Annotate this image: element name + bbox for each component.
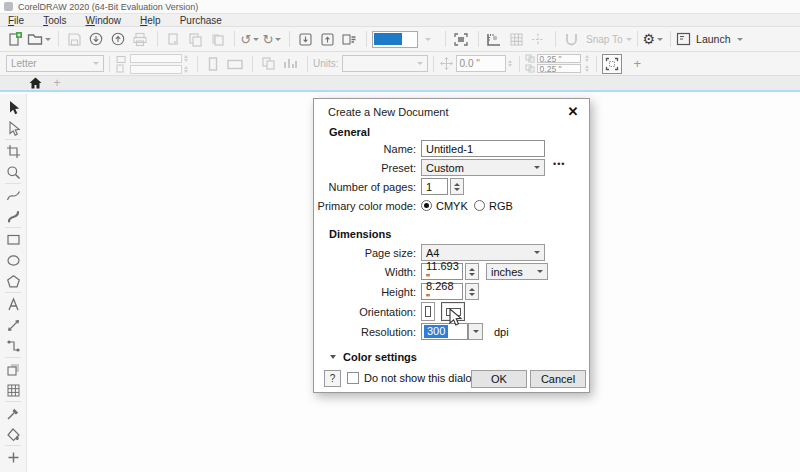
zoom-tool-button[interactable]	[2, 162, 24, 183]
launch-button[interactable]: Launch	[676, 29, 742, 49]
width-input[interactable]: 11.693 "	[421, 263, 463, 280]
new-document-button[interactable]	[5, 29, 25, 49]
options-caret[interactable]	[657, 38, 663, 41]
crop-tool-button[interactable]	[2, 141, 24, 162]
color-settings-expander[interactable]: Color settings	[330, 351, 417, 363]
shape-tool-button[interactable]	[2, 118, 24, 139]
customize-toolbox-button[interactable]	[2, 447, 24, 468]
units-dropdown[interactable]: inches	[486, 263, 548, 280]
pick-tool-button[interactable]	[2, 97, 24, 118]
cut-button[interactable]	[163, 29, 183, 49]
portrait-orientation-button[interactable]	[421, 302, 435, 321]
page-height-stepper[interactable]	[182, 66, 190, 73]
launch-caret[interactable]	[737, 38, 743, 41]
expander-arrow-icon	[330, 355, 336, 359]
page-width-stepper[interactable]	[182, 55, 190, 62]
rulers-icon	[486, 32, 502, 47]
get-more-download-button[interactable]	[86, 29, 106, 49]
menu-purchase[interactable]: Purchase	[180, 15, 233, 26]
dont-show-checkbox[interactable]	[347, 372, 359, 384]
dimension-tool-button[interactable]	[2, 315, 24, 336]
portrait-button[interactable]	[203, 54, 223, 74]
height-stepper[interactable]	[465, 283, 479, 300]
copy-button[interactable]	[185, 29, 205, 49]
undo-button[interactable]: ↺	[240, 29, 260, 49]
menu-window[interactable]: Window	[85, 15, 132, 26]
add-control-button[interactable]: +	[634, 57, 642, 70]
open-dropdown-caret[interactable]	[45, 38, 51, 41]
show-guidelines-button[interactable]	[528, 29, 548, 49]
freehand-tool-button[interactable]	[2, 185, 24, 206]
options-button[interactable]: ⚙	[643, 29, 664, 49]
zoom-level-dropdown-button[interactable]	[418, 29, 438, 49]
duplicate-x-field[interactable]: 0.25 "	[537, 54, 581, 63]
duplicate-y-field[interactable]: 0.25 "	[537, 64, 581, 73]
page-height-field[interactable]	[130, 65, 182, 74]
units-combobox[interactable]	[342, 55, 428, 72]
eyedropper-tool-button[interactable]	[2, 403, 24, 424]
import-button[interactable]	[295, 29, 315, 49]
cancel-button[interactable]: Cancel	[530, 370, 586, 388]
mesh-fill-tool-button[interactable]	[2, 380, 24, 401]
show-rulers-button[interactable]	[484, 29, 504, 49]
resolution-caret	[473, 330, 479, 333]
ellipse-tool-button[interactable]	[2, 250, 24, 271]
nudge-stepper[interactable]	[506, 60, 514, 67]
drop-shadow-tool-button[interactable]	[2, 359, 24, 380]
redo-dropdown-caret[interactable]	[275, 38, 281, 41]
page-width-field[interactable]	[130, 54, 182, 63]
snap-state-button[interactable]	[561, 29, 581, 49]
home-tab[interactable]	[24, 76, 46, 90]
treat-as-filled-button[interactable]	[602, 54, 622, 74]
snap-to-caret[interactable]	[626, 38, 632, 41]
text-tool-button[interactable]	[2, 294, 24, 315]
redo-button[interactable]: ↻	[262, 29, 282, 49]
polygon-tool-button[interactable]	[2, 271, 24, 292]
print-button[interactable]	[130, 29, 150, 49]
share-upload-button[interactable]	[108, 29, 128, 49]
rectangle-tool-button[interactable]	[2, 229, 24, 250]
page-size-dropdown[interactable]: A4	[421, 244, 545, 261]
name-input[interactable]: Untitled-1	[421, 140, 545, 157]
interactive-fill-tool-button[interactable]	[2, 424, 24, 445]
page-size-combobox[interactable]: Letter	[6, 55, 104, 72]
toolbox-separator	[5, 139, 21, 140]
duplicate-y-stepper[interactable]	[583, 65, 591, 72]
number-of-pages-input[interactable]: 1	[421, 178, 448, 195]
preset-more-button[interactable]: •••	[553, 159, 565, 169]
connector-tool-button[interactable]	[2, 336, 24, 357]
preset-dropdown[interactable]: Custom	[421, 159, 545, 176]
propbar-separator	[197, 56, 198, 72]
resolution-dropdown-button[interactable]	[468, 323, 483, 340]
undo-dropdown-caret[interactable]	[253, 38, 259, 41]
save-button[interactable]	[64, 29, 84, 49]
open-button[interactable]	[27, 29, 51, 49]
duplicate-x-stepper[interactable]	[583, 55, 591, 62]
toolbox-separator	[5, 401, 21, 402]
nudge-distance-field[interactable]: 0.0 "	[456, 55, 506, 72]
zoom-level-combobox[interactable]	[372, 31, 418, 48]
rgb-radio[interactable]	[474, 200, 485, 211]
number-of-pages-stepper[interactable]	[450, 178, 464, 195]
dimension-tool-icon	[6, 318, 21, 333]
landscape-button[interactable]	[225, 54, 245, 74]
width-stepper[interactable]	[465, 263, 479, 280]
cmyk-radio[interactable]	[421, 200, 432, 211]
full-screen-preview-button[interactable]	[451, 29, 471, 49]
snap-to-label[interactable]: Snap To	[586, 34, 623, 45]
menu-tools[interactable]: Tools	[43, 15, 77, 26]
publish-to-pdf-button[interactable]	[339, 29, 359, 49]
artistic-media-tool-button[interactable]	[2, 206, 24, 227]
height-input[interactable]: 8.268 "	[421, 283, 463, 300]
export-button[interactable]	[317, 29, 337, 49]
show-grid-button[interactable]	[506, 29, 526, 49]
paste-button[interactable]	[207, 29, 227, 49]
menu-file[interactable]: File	[8, 15, 35, 26]
dialog-close-button[interactable]: ✕	[565, 103, 581, 119]
all-pages-button[interactable]	[258, 54, 278, 74]
new-tab-button[interactable]: +	[48, 76, 66, 90]
current-page-button[interactable]	[280, 54, 300, 74]
ok-button[interactable]: OK	[471, 370, 527, 388]
help-button[interactable]: ?	[324, 370, 341, 387]
menu-help[interactable]: Help	[140, 15, 172, 26]
